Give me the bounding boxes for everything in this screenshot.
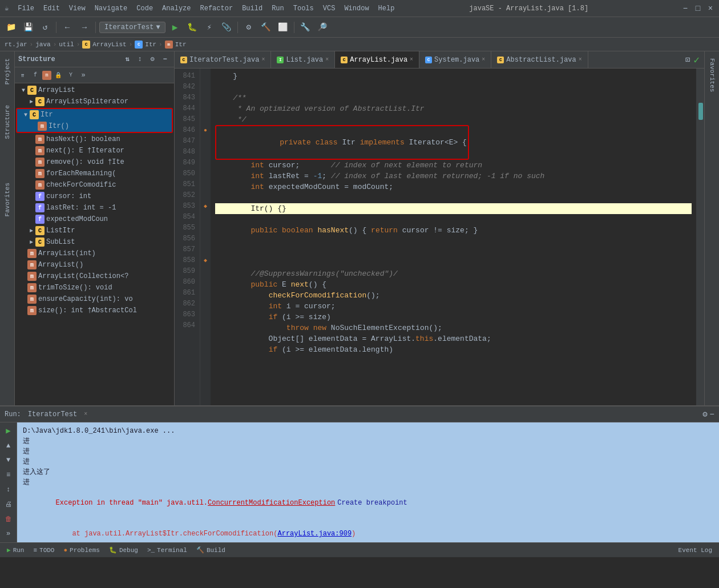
status-run-btn[interactable]: ▶ Run [5,545,26,555]
arrow-spliterator[interactable]: ► [27,99,35,105]
breadcrumb-itr-method[interactable]: Itr [175,41,187,48]
gutter-846[interactable]: ● [200,125,211,136]
window-menu-build[interactable]: Build [237,3,267,14]
window-menu-view[interactable]: View [64,3,90,14]
scroll-down-button[interactable]: ▼ [2,454,15,467]
window-menu-tools[interactable]: Tools [289,3,318,14]
tree-item-next[interactable]: m next(): E †Iterator [15,145,174,156]
maximize-button[interactable]: □ [694,5,702,13]
window-menu-refactor[interactable]: Refactor [196,3,238,14]
bookmark-button[interactable]: 🔧 [298,20,313,35]
tree-item-foreach[interactable]: m forEachRemaining( [15,168,174,179]
structure-sort-alpha-btn[interactable]: ⇅ [122,54,133,65]
run-again-button[interactable]: ▶ [2,425,15,437]
tree-item-itr[interactable]: ▼ C Itr [17,109,172,120]
tree-item-trimtosize[interactable]: m trimToSize(): void [15,282,174,293]
tree-item-lastret[interactable]: f lastRet: int = -1 [15,202,174,214]
tab-abstractlistjava[interactable]: C AbstractList.java × [491,51,588,69]
profile-button[interactable]: 📎 [219,20,234,35]
window-menu-navigate[interactable]: Navigate [90,3,132,14]
debug-button[interactable]: 🐛 [185,20,200,35]
status-eventlog-btn[interactable]: Event Log [676,546,714,555]
btn-inherited[interactable]: ⇈ [17,70,29,81]
run-config-dropdown[interactable]: IteratorTest ▼ [99,22,165,33]
run-button[interactable]: ▶ [168,20,183,35]
window-menu-file[interactable]: File [13,3,39,14]
forward-button[interactable]: → [77,20,92,35]
tab-systemjava[interactable]: C System.java × [419,51,491,69]
arrow-sublist[interactable]: ► [27,239,35,245]
window-menu-vcs[interactable]: VCS [318,3,340,14]
tab-arraylistjava[interactable]: C ArrayList.java × [335,51,419,69]
btn-expand[interactable]: » [78,70,89,81]
tab-close-iteratortest[interactable]: × [261,57,265,63]
breadcrumb-java[interactable]: java [35,41,50,48]
arrow-arraylist[interactable]: ▼ [19,87,27,94]
status-build-btn[interactable]: 🔨 Build [194,545,228,555]
favorites-tab-right[interactable]: Favorites [706,54,718,96]
window-menu-window[interactable]: Window [340,3,373,14]
arrow-itr[interactable]: ▼ [22,112,30,118]
bottom-settings-icon[interactable]: ⚙ [702,409,707,419]
stacktrace-1-link[interactable]: ArrayList.java:909 [277,530,352,538]
arrow-listitr[interactable]: ► [27,228,35,234]
scroll-up-button[interactable]: ▲ [2,440,15,452]
tab-close-abstractlist[interactable]: × [579,57,582,63]
window-menu-code[interactable]: Code [132,3,157,14]
window-menu-analyze[interactable]: Analyze [157,3,195,14]
tree-item-sublist[interactable]: ► C SubList [15,236,174,248]
build-button[interactable]: 🔨 [258,20,273,35]
exception-link[interactable]: ConcurrentModificationException [208,499,335,507]
window-menu-help[interactable]: Help [374,3,399,14]
reader-mode-icon[interactable]: ⊡ [685,55,690,65]
run-tab-close-icon[interactable]: × [84,411,87,417]
breadcrumb-arraylist[interactable]: ArrayList [92,41,126,48]
open-button[interactable]: 📁 [3,20,18,35]
btn-filter[interactable]: Y [65,70,76,81]
structure-sort-btn[interactable]: ↕ [134,54,146,65]
window-menu-run[interactable]: Run [267,3,289,14]
gutter-853[interactable]: ◆ [200,201,211,212]
tree-item-remove[interactable]: m remove(): void †Ite [15,156,174,168]
scroll-indicator[interactable] [698,103,703,120]
minimize-button[interactable]: − [681,5,689,13]
structure-close-btn[interactable]: − [159,54,171,65]
window-menu-edit[interactable]: Edit [39,3,64,14]
gutter-858[interactable]: ◆ [200,255,211,266]
tree-item-itr-constructor[interactable]: m Itr() [17,120,172,132]
btn-fields[interactable]: f [30,70,41,81]
status-problems-btn[interactable]: ● Problems [61,546,102,555]
project-tab[interactable]: Project [2,54,13,89]
print-button[interactable]: 🖨 [2,498,15,511]
status-todo-btn[interactable]: ≡ TODO [31,546,56,555]
status-debug-btn[interactable]: 🐛 Debug [107,545,140,555]
tree-item-arraylist[interactable]: ▼ C ArrayList [15,84,174,96]
tree-item-arraylist-int[interactable]: m ArrayList(int) [15,248,174,259]
settings-button[interactable]: ⚙ [241,20,256,35]
save-button[interactable]: 💾 [21,20,35,35]
tree-item-arraylist-empty[interactable]: m ArrayList() [15,259,174,271]
tree-item-listitr[interactable]: ► C ListItr [15,225,174,236]
tab-listjava[interactable]: I List.java × [271,51,335,69]
sdk-button[interactable]: ⬜ [276,20,290,35]
btn-nonpub[interactable]: 🔒 [52,70,64,81]
tree-item-cursor[interactable]: f cursor: int [15,191,174,202]
back-button[interactable]: ← [60,20,75,35]
tab-close-arraylist[interactable]: × [410,57,413,63]
more-button[interactable]: » [2,527,15,540]
breadcrumb-itr[interactable]: Itr [145,41,156,48]
tab-iteratortest[interactable]: C IteratorTest.java × [175,51,271,69]
soft-wrap-button[interactable]: ↕ [2,484,15,496]
search-everywhere-button[interactable]: 🔎 [315,20,330,35]
tab-close-system[interactable]: × [482,57,485,63]
tree-item-ensurecap[interactable]: m ensureCapacity(int): vo [15,293,174,305]
breadcrumb-util[interactable]: util [59,41,74,48]
status-terminal-btn[interactable]: >_ Terminal [145,546,189,555]
tree-item-hasnext[interactable]: m hasNext(): boolean [15,134,174,145]
tree-item-checkcomod[interactable]: m checkForComodific [15,179,174,191]
structure-tab-left[interactable]: Structure [2,100,13,143]
tree-item-modcount[interactable]: f expectedModCoun [15,214,174,225]
bottom-minimize-icon[interactable]: − [710,410,714,419]
run-with-coverage-button[interactable]: ⚡ [202,20,217,35]
tree-item-size[interactable]: m size(): int †AbstractCol [15,305,174,316]
